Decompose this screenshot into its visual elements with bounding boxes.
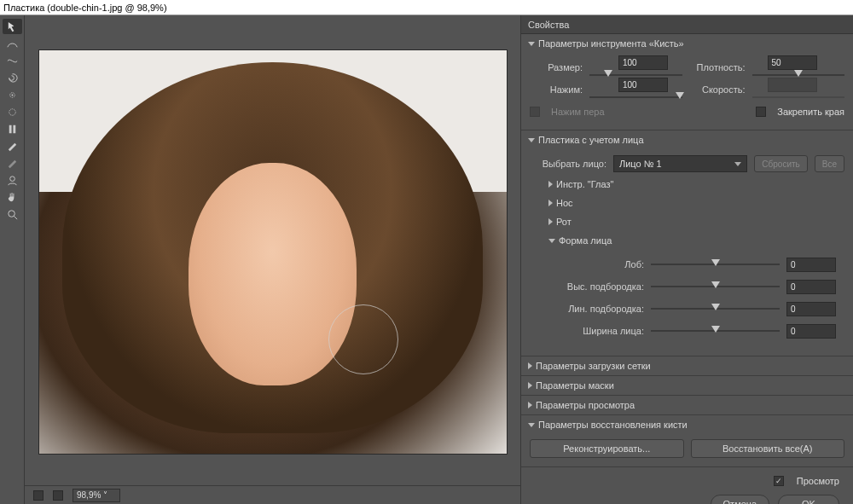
preview-label: Просмотр <box>797 476 839 486</box>
section-brush-toggle[interactable]: Параметры инструмента «Кисть» <box>521 34 853 53</box>
jawline-input[interactable]: 0 <box>786 302 836 316</box>
forehead-input[interactable]: 0 <box>786 258 836 272</box>
smooth-tool[interactable] <box>3 53 22 68</box>
face-width-slider[interactable] <box>651 326 780 336</box>
face-eyes-toggle[interactable]: Инстр. "Глаз" <box>542 175 844 194</box>
bloat-tool[interactable] <box>3 104 22 119</box>
face-width-label: Ширина лица: <box>550 326 644 336</box>
cancel-button[interactable]: Отмена <box>711 495 769 504</box>
brush-rate-slider <box>752 92 845 102</box>
section-restore-toggle[interactable]: Параметры восстановления кисти <box>521 415 853 434</box>
forehead-label: Лоб: <box>550 259 644 269</box>
pen-pressure-checkbox <box>530 107 540 117</box>
panel-header: Свойства <box>521 15 853 34</box>
brush-size-slider[interactable] <box>589 70 682 80</box>
face-select-label: Выбрать лицо: <box>530 159 606 169</box>
face-nose-toggle[interactable]: Нос <box>542 194 844 212</box>
toolbar <box>0 15 25 504</box>
freeze-mask-tool[interactable] <box>3 138 22 154</box>
brush-pressure-slider[interactable] <box>589 92 682 102</box>
canvas-viewport[interactable] <box>25 15 520 485</box>
face-width-input[interactable]: 0 <box>786 324 836 339</box>
reconstruct-button[interactable]: Реконструировать... <box>530 439 684 458</box>
forward-warp-tool[interactable] <box>3 19 22 34</box>
svg-point-1 <box>12 94 14 96</box>
face-shape-toggle[interactable]: Форма лица <box>542 231 844 250</box>
canvas-area: 98,9% ˅ <box>25 15 520 504</box>
jawline-label: Лин. подбородка: <box>550 304 644 314</box>
pin-edges-checkbox[interactable] <box>756 107 766 117</box>
pen-pressure-label: Нажим пера <box>551 107 605 117</box>
section-face-toggle[interactable]: Пластика с учетом лица <box>521 130 853 149</box>
brush-pressure-label: Нажим: <box>530 84 583 95</box>
chin-height-slider[interactable] <box>651 281 780 292</box>
face-all-button[interactable]: Все <box>815 155 844 172</box>
face-select[interactable]: Лицо № 1 <box>613 155 747 172</box>
push-left-tool[interactable] <box>3 121 22 136</box>
thaw-mask-tool[interactable] <box>3 155 22 171</box>
reconstruct-tool[interactable] <box>3 36 22 51</box>
hand-tool[interactable] <box>3 189 22 205</box>
preview-checkbox[interactable] <box>774 476 784 486</box>
grid-checkbox[interactable] <box>53 490 63 501</box>
workarea: 98,9% ˅ Свойства Параметры инструмента «… <box>0 15 853 504</box>
svg-point-4 <box>9 210 15 217</box>
ok-button[interactable]: OK <box>778 495 839 504</box>
zoom-tool[interactable] <box>3 206 22 222</box>
pucker-tool[interactable] <box>3 87 22 102</box>
forehead-slider[interactable] <box>651 259 780 269</box>
section-mesh-toggle[interactable]: Параметры загрузки сетки <box>521 356 853 375</box>
pin-edges-label: Закрепить края <box>777 107 844 117</box>
face-tool[interactable] <box>3 172 22 188</box>
brush-density-input[interactable]: 50 <box>768 55 817 70</box>
brush-size-input[interactable]: 100 <box>618 55 668 70</box>
section-view-toggle[interactable]: Параметры просмотра <box>521 396 853 414</box>
section-brush-label: Параметры инструмента «Кисть» <box>538 38 684 49</box>
section-face-label: Пластика с учетом лица <box>538 135 644 145</box>
fit-checkbox[interactable] <box>33 490 44 501</box>
face-reset-button[interactable]: Сбросить <box>754 155 807 172</box>
twirl-tool[interactable] <box>3 70 22 85</box>
jawline-slider[interactable] <box>651 304 780 314</box>
section-mask-toggle[interactable]: Параметры маски <box>521 376 853 395</box>
face-mouth-toggle[interactable]: Рот <box>542 212 844 231</box>
zoom-level[interactable]: 98,9% ˅ <box>73 489 120 502</box>
chin-height-input[interactable]: 0 <box>786 280 836 294</box>
statusbar: 98,9% ˅ <box>25 485 520 504</box>
brush-rate-input <box>768 78 817 92</box>
image-preview <box>38 49 508 455</box>
properties-panel: Свойства Параметры инструмента «Кисть» Р… <box>520 15 853 504</box>
window-title: Пластика (double-chin-1.jpg @ 98,9%) <box>0 0 853 15</box>
restore-all-button[interactable]: Восстановить все(A) <box>691 439 845 458</box>
brush-density-label: Плотность: <box>693 62 746 72</box>
svg-point-2 <box>9 108 16 115</box>
svg-point-3 <box>10 176 15 181</box>
brush-size-label: Размер: <box>530 62 583 72</box>
chin-height-label: Выс. подбородка: <box>550 281 644 292</box>
brush-rate-label: Скорость: <box>693 84 746 95</box>
brush-cursor <box>328 304 398 374</box>
